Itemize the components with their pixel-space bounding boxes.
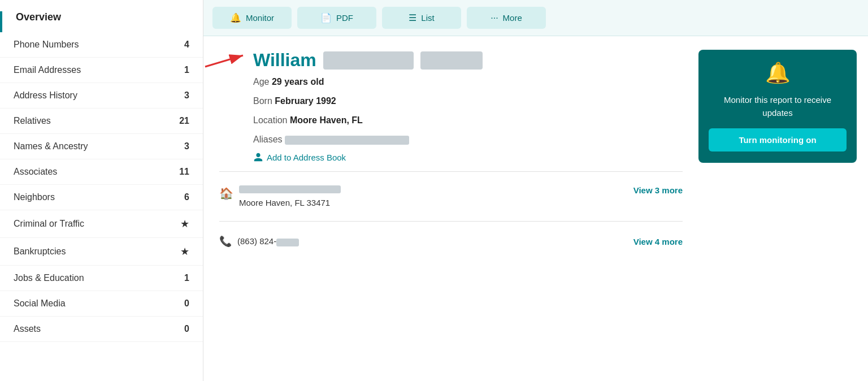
sidebar-item-names-count: 3 xyxy=(184,141,189,151)
sidebar-item-phone-numbers-count: 4 xyxy=(184,40,189,50)
aliases-label: Aliases xyxy=(253,135,283,144)
sidebar-item-email-addresses[interactable]: Email Addresses 1 xyxy=(0,58,203,83)
person-last-name-blurred xyxy=(323,51,414,70)
monitor-panel-text: Monitor this report to receive updates xyxy=(709,94,847,119)
address-book-icon xyxy=(253,152,263,162)
born-row: Born February 1992 xyxy=(253,94,683,108)
sidebar-item-criminal[interactable]: Criminal or Traffic ★ xyxy=(0,210,203,238)
pdf-button[interactable]: 📄 PDF xyxy=(297,7,376,29)
add-to-address-book-link[interactable]: Add to Address Book xyxy=(253,152,683,162)
address-info: Moore Haven, FL 33471 xyxy=(239,185,341,207)
main-panel: 🔔 Monitor 📄 PDF ☰ List ··· More xyxy=(203,0,868,381)
age-row: Age 29 years old xyxy=(253,75,683,89)
sidebar-item-relatives[interactable]: Relatives 21 xyxy=(0,109,203,134)
sidebar-item-jobs-count: 1 xyxy=(184,273,189,283)
sidebar-item-neighbors-label: Neighbors xyxy=(14,192,55,202)
location-row: Location Moore Haven, FL xyxy=(253,114,683,127)
home-icon: 🏠 xyxy=(219,187,233,200)
sidebar-item-relatives-count: 21 xyxy=(179,116,189,126)
more-icon: ··· xyxy=(491,13,498,23)
sidebar-item-phone-numbers[interactable]: Phone Numbers 4 xyxy=(0,32,203,58)
phone-blurred xyxy=(276,239,299,246)
address-street-blurred xyxy=(239,185,341,193)
address-city: Moore Haven, FL 33471 xyxy=(239,198,341,207)
sidebar-item-relatives-label: Relatives xyxy=(14,116,51,126)
phone-icon: 📞 xyxy=(219,235,232,248)
list-icon: ☰ xyxy=(409,12,416,23)
location-label: Location xyxy=(253,115,288,125)
sidebar-item-assets-label: Assets xyxy=(14,324,41,334)
sidebar-item-names-label: Names & Ancestry xyxy=(14,141,88,151)
sidebar-item-social-count: 0 xyxy=(184,298,189,309)
phone-section: 📞 (863) 824- View 4 more xyxy=(219,231,683,252)
toolbar: 🔔 Monitor 📄 PDF ☰ List ··· More xyxy=(203,0,868,36)
address-section: 🏠 Moore Haven, FL 33471 View 3 more xyxy=(219,181,683,212)
sidebar-item-email-count: 1 xyxy=(184,65,189,75)
sidebar-item-assets-count: 0 xyxy=(184,324,189,334)
sidebar-item-address-label: Address History xyxy=(14,90,77,101)
location-value: Moore Haven, FL xyxy=(290,115,363,125)
list-button-label: List xyxy=(421,13,434,23)
sidebar-item-criminal-label: Criminal or Traffic xyxy=(14,219,84,229)
red-arrow-annotation xyxy=(203,51,248,71)
monitor-button-label: Monitor xyxy=(246,13,274,23)
monitor-button[interactable]: 🔔 Monitor xyxy=(212,7,292,29)
sidebar-item-email-label: Email Addresses xyxy=(14,65,81,75)
list-button[interactable]: ☰ List xyxy=(382,7,461,29)
age-label: Age xyxy=(253,77,269,86)
born-value: February 1992 xyxy=(275,96,336,106)
aliases-row: Aliases xyxy=(253,133,683,146)
address-left: 🏠 Moore Haven, FL 33471 xyxy=(219,185,341,207)
sidebar-item-associates-count: 11 xyxy=(179,167,189,177)
sidebar: Overview Phone Numbers 4 Email Addresses… xyxy=(0,0,203,381)
phone-left: 📞 (863) 824- xyxy=(219,235,299,248)
sidebar-item-neighbors-count: 6 xyxy=(184,192,189,202)
phone-number: (863) 824- xyxy=(237,236,299,246)
person-middle-name-blurred xyxy=(420,51,483,70)
view-more-address-link[interactable]: View 3 more xyxy=(633,185,683,195)
sidebar-item-assets[interactable]: Assets 0 xyxy=(0,317,203,342)
monitor-bell-icon: 🔔 xyxy=(765,61,791,85)
sidebar-item-address-count: 3 xyxy=(184,90,189,101)
sidebar-item-associates-label: Associates xyxy=(14,167,57,177)
born-label: Born xyxy=(253,96,272,106)
sidebar-item-bankruptcies-label: Bankruptcies xyxy=(14,246,66,257)
sidebar-item-address-history[interactable]: Address History 3 xyxy=(0,83,203,109)
pdf-icon: 📄 xyxy=(320,12,332,23)
sidebar-item-criminal-star: ★ xyxy=(180,218,189,230)
section-divider-1 xyxy=(219,171,683,172)
phone-partial: (863) 824- xyxy=(237,236,276,246)
content-area: William Age 29 years old Born February 1… xyxy=(203,36,868,381)
svg-line-1 xyxy=(205,55,243,67)
sidebar-item-neighbors[interactable]: Neighbors 6 xyxy=(0,185,203,210)
sidebar-item-jobs-label: Jobs & Education xyxy=(14,273,84,283)
pdf-button-label: PDF xyxy=(336,13,353,23)
bell-icon: 🔔 xyxy=(230,12,241,23)
sidebar-item-phone-numbers-label: Phone Numbers xyxy=(14,40,79,50)
turn-monitoring-button[interactable]: Turn monitoring on xyxy=(709,128,847,151)
sidebar-item-bankruptcies-star: ★ xyxy=(180,245,189,258)
person-details: Age 29 years old Born February 1992 Loca… xyxy=(219,75,683,162)
more-button-label: More xyxy=(503,13,522,23)
age-value: 29 years old xyxy=(272,77,324,86)
monitor-panel: 🔔 Monitor this report to receive updates… xyxy=(698,50,857,163)
view-more-phone-link[interactable]: View 4 more xyxy=(633,237,683,246)
sidebar-item-social-label: Social Media xyxy=(14,298,66,309)
sidebar-item-jobs-education[interactable]: Jobs & Education 1 xyxy=(0,266,203,291)
content-main: William Age 29 years old Born February 1… xyxy=(203,36,698,381)
sidebar-item-names-ancestry[interactable]: Names & Ancestry 3 xyxy=(0,134,203,159)
sidebar-overview-label: Overview xyxy=(0,11,203,32)
sidebar-item-social-media[interactable]: Social Media 0 xyxy=(0,291,203,317)
person-name-row: William xyxy=(219,50,483,71)
sidebar-item-bankruptcies[interactable]: Bankruptcies ★ xyxy=(0,238,203,266)
aliases-blurred xyxy=(285,136,409,145)
more-button[interactable]: ··· More xyxy=(467,7,546,29)
person-first-name: William xyxy=(253,50,316,71)
sidebar-item-associates[interactable]: Associates 11 xyxy=(0,159,203,185)
section-divider-2 xyxy=(219,221,683,222)
add-address-book-label: Add to Address Book xyxy=(267,153,346,162)
